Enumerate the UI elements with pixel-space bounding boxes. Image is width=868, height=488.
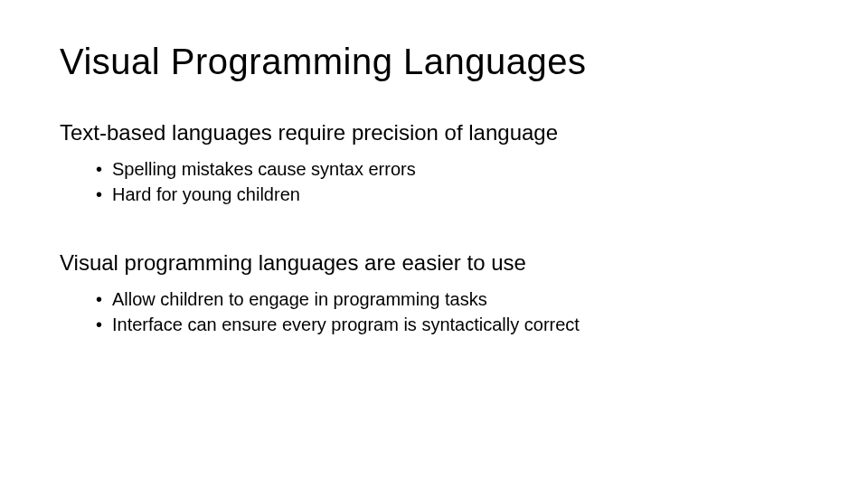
list-item: Spelling mistakes cause syntax errors [96,156,808,182]
section-2: Visual programming languages are easier … [60,250,808,337]
section-2-bullets: Allow children to engage in programming … [96,286,808,337]
list-item: Hard for young children [96,182,808,207]
section-1-heading: Text-based languages require precision o… [60,120,808,145]
slide-title: Visual Programming Languages [60,42,808,82]
list-item: Interface can ensure every program is sy… [96,312,808,337]
section-2-heading: Visual programming languages are easier … [60,250,808,276]
list-item: Allow children to engage in programming … [96,286,808,312]
section-1: Text-based languages require precision o… [60,120,808,207]
section-1-bullets: Spelling mistakes cause syntax errors Ha… [96,156,808,207]
